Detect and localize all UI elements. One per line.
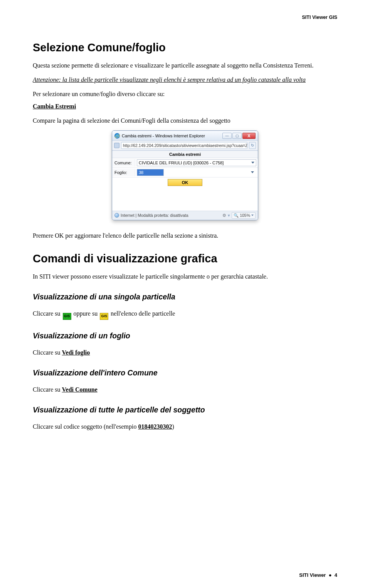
dialog-titlebar: Cambia estremi - Windows Internet Explor… bbox=[112, 131, 258, 141]
page-icon bbox=[114, 143, 119, 148]
row-foglio: Foglio: 38 bbox=[112, 168, 258, 177]
subhead-tutte: Visualizzazione di tutte le particelle d… bbox=[33, 406, 337, 414]
cambia-estremi-link[interactable]: Cambia Estremi bbox=[33, 102, 337, 111]
internet-icon bbox=[114, 213, 119, 218]
status-bar: Internet | Modalità protetta: disattivat… bbox=[112, 211, 258, 220]
gis-line: Cliccare su GIS oppure su GIS nell'elenc… bbox=[33, 309, 337, 320]
minimize-button[interactable]: — bbox=[222, 133, 232, 139]
comandi-intro: In SITI viewer possono essere visualizza… bbox=[33, 272, 337, 281]
press-ok-paragraph: Premere OK per aggiornare l'elenco delle… bbox=[33, 231, 337, 240]
maximize-button[interactable]: ▢ bbox=[232, 133, 242, 139]
zoom-control[interactable]: 🔍 105% bbox=[232, 212, 256, 219]
chevron-down-icon bbox=[251, 171, 254, 173]
address-bar-row: http://62.149.204.209/siticatasto/sitivi… bbox=[112, 141, 258, 150]
codice-soggetto-line: Cliccare sul codice soggetto (nell'esemp… bbox=[33, 422, 337, 431]
dialog-screenshot: Cambia estremi - Windows Internet Explor… bbox=[33, 130, 337, 220]
chevron-down-icon bbox=[251, 215, 254, 216]
chevron-down-icon bbox=[251, 162, 254, 164]
comune-select[interactable]: CIVIDALE DEL FRIULI (UD) [030026 - C758] bbox=[137, 159, 256, 166]
subhead-foglio: Visualizzazione di un foglio bbox=[33, 331, 337, 340]
vedi-comune-link[interactable]: Vedi Comune bbox=[62, 386, 98, 393]
tools-icon[interactable]: ⚙ bbox=[222, 213, 226, 218]
comune-label: Comune: bbox=[112, 159, 135, 167]
page-header-right: SITI Viewer GIS bbox=[33, 15, 337, 20]
heading-selezione: Selezione Comune/foglio bbox=[33, 41, 337, 54]
close-button[interactable]: X bbox=[242, 133, 256, 139]
status-text: Internet | Modalità protetta: disattivat… bbox=[121, 213, 188, 218]
vedi-comune-line: Cliccare su Vedi Comune bbox=[33, 385, 337, 394]
compare-paragraph: Compare la pagina di selezione dei Comun… bbox=[33, 116, 337, 125]
vedi-foglio-link[interactable]: Vedi foglio bbox=[62, 349, 90, 356]
attention-paragraph: Attenzione: la lista delle particelle vi… bbox=[33, 75, 337, 84]
heading-comandi: Comandi di visualizzazione grafica bbox=[33, 252, 337, 265]
address-bar[interactable]: http://62.149.204.209/siticatasto/sitivi… bbox=[121, 142, 247, 149]
ie-icon bbox=[114, 133, 120, 139]
subhead-singola: Visualizzazione di una singola particell… bbox=[33, 292, 337, 301]
page-footer: SITI Viewer ● 4 bbox=[299, 572, 337, 578]
subhead-comune: Visualizzazione dell'intero Comune bbox=[33, 368, 337, 377]
intro-paragraph: Questa sezione permette di selezionare e… bbox=[33, 61, 337, 70]
foglio-label: Foglio: bbox=[112, 169, 135, 176]
row-comune: Comune: CIVIDALE DEL FRIULI (UD) [030026… bbox=[112, 158, 258, 168]
dialog-title: Cambia estremi - Windows Internet Explor… bbox=[122, 133, 222, 138]
ok-button[interactable]: OK bbox=[168, 179, 202, 186]
gis-yellow-button[interactable]: GIS bbox=[100, 313, 108, 320]
instruction-paragraph: Per selezionare un comune/foglio diverso… bbox=[33, 90, 337, 98]
foglio-select[interactable]: 38 bbox=[137, 169, 164, 176]
panel-header: Cambia estremi bbox=[112, 151, 258, 158]
vedi-foglio-line: Cliccare su Vedi foglio bbox=[33, 348, 337, 357]
gis-green-button[interactable]: GIS bbox=[63, 313, 71, 320]
refresh-button[interactable]: ↻ bbox=[249, 142, 256, 149]
